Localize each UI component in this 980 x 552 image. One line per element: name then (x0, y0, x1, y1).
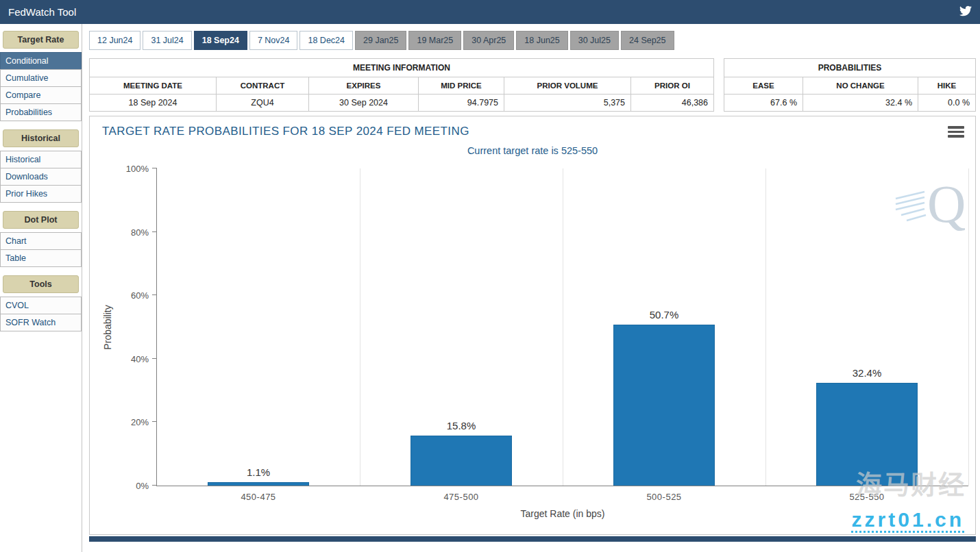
bar-slot-475-500: 15.8% (360, 168, 563, 486)
y-tick-label: 20% (131, 417, 157, 427)
tab-24-sep25[interactable]: 24 Sep25 (621, 31, 674, 50)
bar-value-label: 50.7% (650, 309, 679, 321)
mid-price-value: 94.7975 (419, 95, 504, 112)
sidebar: Target Rate Conditional Cumulative Compa… (0, 24, 82, 552)
sidebar-group-dot-plot: Dot Plot (3, 211, 79, 229)
tab-18-sep24[interactable]: 18 Sep24 (194, 31, 247, 50)
tab-19-mar25[interactable]: 19 Mar25 (408, 31, 461, 50)
bar-value-label: 15.8% (447, 420, 476, 431)
tab-30-apr25[interactable]: 30 Apr25 (463, 31, 514, 50)
bar-slot-450-475: 1.1% (157, 168, 360, 486)
chart-subtitle: Current target rate is 525-550 (90, 145, 975, 156)
col-meeting-date: MEETING DATE (90, 77, 217, 95)
col-no-change: NO CHANGE (803, 77, 918, 95)
expires-value: 30 Sep 2024 (309, 95, 419, 112)
hamburger-menu-icon[interactable] (948, 126, 964, 140)
x-axis-title: Target Rate (in bps) (157, 508, 968, 519)
table-row: 18 Sep 2024 ZQU4 30 Sep 2024 94.7975 5,3… (90, 95, 714, 112)
sidebar-group-tools: Tools (3, 275, 79, 293)
sidebar-item-compare[interactable]: Compare (0, 86, 82, 104)
tab-31-jul24[interactable]: 31 Jul24 (143, 31, 191, 50)
prior-volume-value: 5,375 (504, 95, 631, 112)
app-title: FedWatch Tool (8, 6, 76, 18)
x-tick-label: 450-475 (157, 486, 360, 502)
y-tick-label: 0% (136, 481, 157, 491)
main-content: 12 Jun24 31 Jul24 18 Sep24 7 Nov24 18 De… (82, 24, 980, 552)
bar-slot-525-550: 32.4% (765, 168, 968, 486)
y-tick-label: 60% (131, 290, 157, 301)
tab-18-jun25[interactable]: 18 Jun25 (516, 31, 567, 50)
tab-18-dec24[interactable]: 18 Dec24 (299, 31, 353, 50)
sidebar-item-historical[interactable]: Historical (0, 151, 82, 168)
no-change-value: 32.4 % (803, 95, 918, 112)
col-prior-oi: PRIOR OI (631, 77, 714, 95)
contract-value: ZQU4 (217, 95, 309, 112)
meeting-tabs: 12 Jun24 31 Jul24 18 Sep24 7 Nov24 18 De… (89, 31, 976, 50)
y-tick-label: 100% (126, 164, 157, 174)
table-row: 67.6 % 32.4 % 0.0 % (724, 95, 976, 112)
prior-oi-value: 46,386 (631, 95, 714, 112)
chart-title: TARGET RATE PROBABILITIES FOR 18 SEP 202… (102, 125, 469, 138)
bar-slots: 1.1% 15.8% 50.7% 32.4% (157, 168, 968, 486)
col-prior-volume: PRIOR VOLUME (504, 77, 631, 95)
chart-bar[interactable] (613, 325, 715, 486)
sidebar-item-chart[interactable]: Chart (0, 232, 82, 250)
tab-29-jan25[interactable]: 29 Jan25 (355, 31, 406, 50)
hike-value: 0.0 % (918, 95, 976, 112)
probabilities-table: PROBABILITIES EASE NO CHANGE HIKE 67.6 %… (724, 58, 976, 112)
probabilities-title: PROBABILITIES (724, 59, 976, 77)
footer-bar (89, 536, 976, 542)
sidebar-group-historical: Historical (3, 129, 79, 147)
col-mid-price: MID PRICE (419, 77, 504, 95)
x-tick-label: 500-525 (563, 486, 765, 502)
col-hike: HIKE (918, 77, 976, 95)
meeting-date-value: 18 Sep 2024 (90, 95, 217, 112)
bar-chart-plot: 0% 20% 40% 60% 80% 100% 1.1% 15.8% (156, 168, 968, 486)
tab-30-jul25[interactable]: 30 Jul25 (570, 31, 619, 50)
tab-12-jun24[interactable]: 12 Jun24 (89, 31, 140, 50)
info-tables: MEETING INFORMATION MEETING DATE CONTRAC… (89, 58, 976, 112)
app-header-bar: FedWatch Tool (0, 0, 980, 24)
sidebar-item-prior-hikes[interactable]: Prior Hikes (0, 185, 82, 203)
sidebar-item-sofr-watch[interactable]: SOFR Watch (0, 314, 82, 331)
meeting-info-title: MEETING INFORMATION (90, 59, 714, 77)
bar-slot-500-525: 50.7% (563, 168, 765, 486)
bar-value-label: 1.1% (247, 466, 270, 478)
chart-bar[interactable] (816, 383, 918, 486)
chart-panel: TARGET RATE PROBABILITIES FOR 18 SEP 202… (89, 116, 976, 535)
col-contract: CONTRACT (217, 77, 309, 95)
sidebar-item-downloads[interactable]: Downloads (0, 168, 82, 186)
sidebar-item-cumulative[interactable]: Cumulative (0, 69, 82, 87)
vertical-gridline (968, 168, 969, 486)
chart-bar[interactable] (411, 436, 512, 486)
x-axis-labels: 450-475 475-500 500-525 525-550 (157, 486, 968, 502)
y-tick-label: 80% (131, 227, 157, 237)
sidebar-group-target-rate: Target Rate (3, 31, 79, 49)
sidebar-item-cvol[interactable]: CVOL (0, 297, 82, 314)
col-expires: EXPIRES (309, 77, 419, 95)
bar-value-label: 32.4% (853, 367, 882, 379)
y-axis-title: Probability (102, 305, 113, 349)
sidebar-item-table[interactable]: Table (0, 249, 82, 267)
sidebar-item-conditional[interactable]: Conditional (0, 52, 82, 70)
tab-7-nov24[interactable]: 7 Nov24 (249, 31, 298, 50)
ease-value: 67.6 % (724, 95, 803, 112)
x-tick-label: 475-500 (360, 486, 563, 502)
meeting-information-table: MEETING INFORMATION MEETING DATE CONTRAC… (89, 58, 714, 112)
sidebar-item-probabilities[interactable]: Probabilities (0, 103, 82, 121)
x-tick-label: 525-550 (765, 486, 968, 502)
y-tick-label: 40% (131, 353, 157, 364)
twitter-icon[interactable] (959, 5, 972, 20)
col-ease: EASE (724, 77, 803, 95)
